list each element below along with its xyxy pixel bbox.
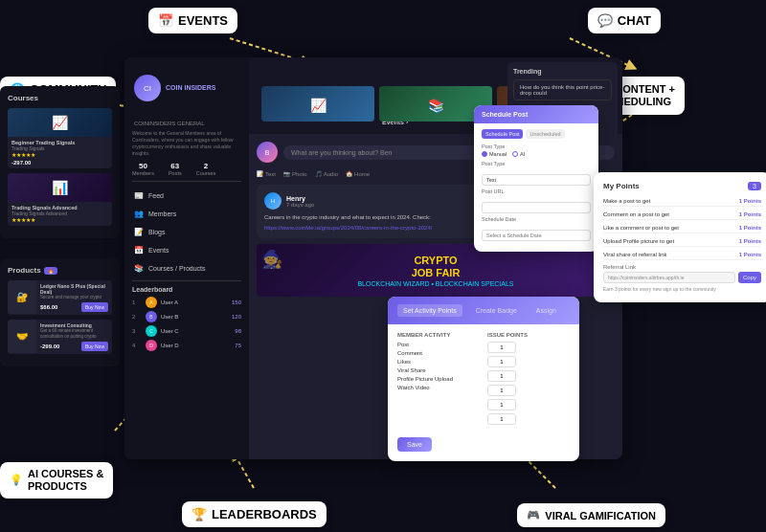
- gam-tab-points[interactable]: Set Activity Points: [397, 304, 462, 317]
- gam-tab-assign[interactable]: Assign: [530, 304, 562, 317]
- event-card-1[interactable]: 📈 Crypto Signals #meetup: [261, 86, 374, 122]
- stat-posts-num: 63: [169, 162, 182, 170]
- lb-rank-1: 1: [132, 299, 142, 305]
- ai-courses-label-text: AI COURSES &PRODUCTS: [28, 468, 103, 493]
- my-points-title: My Points: [603, 182, 640, 190]
- logo-text: COIN INSIDERS: [166, 84, 216, 92]
- courses-panel: Courses 📈 Beginner Trading Signals Tradi…: [0, 86, 120, 238]
- feed-user-avatar: B: [257, 142, 278, 163]
- feed-action-text[interactable]: 📝 Text: [257, 170, 276, 177]
- community-desc: Welcome to the General Members area of C…: [124, 130, 249, 157]
- copy-referral-button[interactable]: Copy: [738, 272, 761, 283]
- lb-name-4: User D: [161, 343, 231, 348]
- points-input-profile[interactable]: [487, 399, 516, 410]
- gamification-label-text: VIRAL GAMIFICATION: [545, 510, 656, 521]
- radio-label-ai: AI: [520, 151, 525, 157]
- sidebar-item-feed[interactable]: 📰 Feed: [124, 187, 249, 205]
- feed-action-home[interactable]: 🏠 Home: [346, 170, 370, 177]
- trophy-icon: 🏆: [192, 507, 207, 521]
- stats-row: 50 Members 63 Posts 2 Courses: [124, 162, 249, 176]
- member-activity-section: MEMBER ACTIVITY Post Comment Likes Viral…: [397, 332, 480, 428]
- feed-action-audio[interactable]: 🎵 Audio: [315, 170, 338, 177]
- courses-title: Courses: [8, 94, 112, 102]
- course-card-2[interactable]: 📊 Trading Signals Advanced Trading Signa…: [8, 173, 112, 226]
- gam-row-likes: Likes: [397, 359, 480, 365]
- sidebar-label-feed: Feed: [148, 192, 164, 199]
- radio-ai[interactable]: AI: [512, 151, 525, 157]
- chat-label: 💬 CHAT: [588, 8, 661, 33]
- points-input-likes[interactable]: [487, 370, 516, 382]
- sidebar-label-blogs: Blogs: [148, 229, 166, 235]
- leaderboards-label: 🏆 LEADERBOARDS: [182, 501, 327, 527]
- home-icon: 🏠: [346, 170, 352, 177]
- points-label-3: Like a comment or post to get: [603, 225, 679, 231]
- points-row-3: Like a comment or post to get 1 Points: [603, 223, 761, 233]
- sidebar-item-events[interactable]: 📅 Events: [124, 241, 249, 259]
- radio-dot-ai: [512, 151, 518, 157]
- points-row-2: Comment on a post to get 1 Points: [603, 210, 761, 220]
- gam-row-video: Watch Video: [397, 385, 480, 390]
- lb-avatar-2: B: [146, 311, 157, 322]
- job-fair-content: CRYPTOJOB FAIR BLOCKCHAIN WIZARD • BLOCK…: [357, 255, 513, 286]
- points-row-5: Viral share of referral link 1 Points: [603, 250, 761, 260]
- chat-label-text: CHAT: [618, 13, 651, 28]
- product-card-1[interactable]: 🔐 Ledger Nano S Plus (Special Deal) Secu…: [8, 280, 112, 315]
- radio-manual[interactable]: Manual: [482, 151, 507, 157]
- schedule-tab-unscheduled[interactable]: Unscheduled: [526, 129, 564, 139]
- buy-button-2[interactable]: Buy Now: [81, 342, 108, 351]
- my-points-panel: My Points 3 Make a post to get 1 Points …: [594, 172, 766, 302]
- points-input-post[interactable]: [487, 342, 516, 353]
- lb-name-3: User C: [161, 328, 231, 334]
- points-row-1: Make a post to get 1 Points: [603, 196, 761, 207]
- points-val-5: 1 Points: [739, 252, 761, 257]
- chat-icon: 💬: [597, 13, 613, 28]
- post-author-name: Henry: [286, 195, 314, 202]
- gam-tab-badge[interactable]: Create Badge: [470, 304, 523, 317]
- post-url-input[interactable]: [482, 202, 591, 213]
- points-input-viral[interactable]: [487, 385, 516, 396]
- points-badge: 3: [748, 182, 761, 190]
- products-badge: 🔥: [44, 267, 57, 275]
- issue-points-title: ISSUE POINTS: [487, 332, 570, 338]
- buy-button-1[interactable]: Buy Now: [81, 302, 108, 312]
- schedule-tabs: Schedule Post Unscheduled: [482, 129, 591, 139]
- gam-row-profile: Profile Picture Upload: [397, 376, 480, 382]
- sidebar-item-members[interactable]: 👥 Members: [124, 205, 249, 223]
- audio-icon: 🎵: [315, 170, 322, 177]
- stat-members: 50 Members: [132, 162, 154, 176]
- gam-label-likes: Likes: [397, 359, 411, 365]
- points-input-video[interactable]: [487, 413, 516, 425]
- product-name-1: Ledger Nano S Plus (Special Deal): [40, 283, 108, 295]
- post-time: 7 days ago: [286, 202, 314, 208]
- course-card-1[interactable]: 📈 Beginner Trading Signals Trading Signa…: [8, 108, 112, 168]
- issue-points-section: ISSUE POINTS: [487, 332, 570, 428]
- lb-avatar-4: D: [146, 340, 157, 351]
- points-val-3: 1 Points: [739, 225, 761, 231]
- chat-question-text: How do you think this point price-drop c…: [520, 84, 605, 96]
- schedule-tab-schedule[interactable]: Schedule Post: [482, 129, 523, 139]
- sidebar-logo: CI COIN INSIDERS: [124, 67, 249, 109]
- referral-url-display: https://coininsiders.alitrbes.app/th.ie: [603, 272, 735, 283]
- points-val-1: 1 Points: [739, 198, 761, 204]
- products-panel: Products 🔥 🔐 Ledger Nano S Plus (Special…: [0, 258, 120, 366]
- gamification-sections: MEMBER ACTIVITY Post Comment Likes Viral…: [397, 332, 570, 428]
- product-desc-2: Get a 60 minute investment consultation …: [40, 328, 108, 340]
- points-input-comment[interactable]: [487, 356, 516, 367]
- sidebar-item-courses[interactable]: 📚 Courses / Products: [124, 259, 249, 277]
- events-label-text: EVENTS: [178, 13, 228, 28]
- courses-sidebar-icon: 📚: [134, 264, 144, 273]
- product-card-2[interactable]: 🤝 Investment Consulting Get a 60 minute …: [8, 320, 112, 354]
- feed-action-photo[interactable]: 📷 Photo: [283, 170, 307, 177]
- sidebar-divider-2: [132, 280, 241, 281]
- lb-row-1: 1 A User A 150: [132, 297, 241, 308]
- product-img-consulting: 🤝: [8, 320, 36, 353]
- feed-type-input[interactable]: [482, 174, 591, 186]
- ai-courses-icon: 💡: [10, 474, 23, 486]
- events-icon: 📅: [158, 13, 173, 28]
- gamification-save-button[interactable]: Save: [397, 437, 432, 452]
- course-img-trading: 📈: [8, 108, 112, 137]
- schedule-date-input[interactable]: [482, 230, 591, 241]
- sidebar-item-blogs[interactable]: 📝 Blogs: [124, 223, 249, 241]
- lb-rank-4: 4: [132, 343, 142, 348]
- schedule-panel-title: Schedule Post: [482, 111, 591, 118]
